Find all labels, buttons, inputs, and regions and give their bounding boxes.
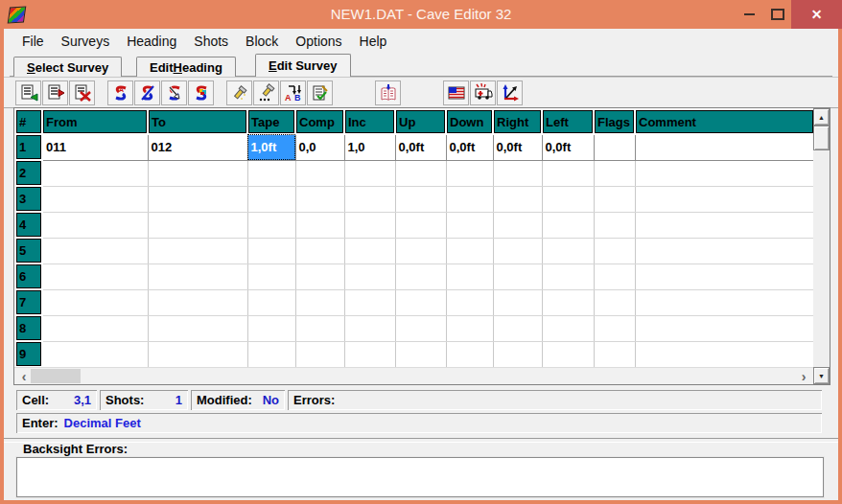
- grid-cell[interactable]: 0,0ft: [446, 134, 493, 160]
- grid-cell[interactable]: [635, 238, 814, 263]
- row-header[interactable]: 5: [15, 238, 42, 263]
- row-header[interactable]: 7: [15, 289, 42, 315]
- grid-cell[interactable]: [542, 238, 594, 263]
- scroll-right-button[interactable]: ›: [796, 368, 811, 384]
- grid-cell[interactable]: [344, 186, 395, 212]
- grid-cell[interactable]: [542, 263, 594, 289]
- grid-cell[interactable]: [148, 341, 247, 367]
- row-header[interactable]: 1: [15, 134, 42, 160]
- grid-cell[interactable]: [446, 186, 493, 212]
- grid-cell[interactable]: [295, 186, 344, 212]
- grid-cell[interactable]: [594, 341, 635, 367]
- grid-cell[interactable]: [247, 263, 295, 289]
- grid-cell[interactable]: 1,0: [344, 134, 395, 160]
- row-header[interactable]: 8: [15, 315, 42, 341]
- grid-cell[interactable]: [542, 315, 594, 341]
- swap-colors-button[interactable]: [188, 80, 214, 105]
- grid-cell[interactable]: 0,0ft: [395, 134, 446, 160]
- grid-cell[interactable]: [148, 263, 247, 289]
- grid-cell[interactable]: [42, 341, 148, 367]
- grid-cell[interactable]: [42, 186, 148, 212]
- maximize-button[interactable]: [765, 0, 790, 29]
- grid-cell[interactable]: [594, 263, 635, 289]
- delete-row-button[interactable]: [69, 80, 95, 105]
- row-header[interactable]: 9: [15, 341, 42, 367]
- grid-cell[interactable]: [344, 315, 395, 341]
- grid-cell[interactable]: [247, 160, 295, 186]
- grid-cell[interactable]: [295, 212, 344, 238]
- tab-select-survey[interactable]: Select Survey: [13, 57, 122, 77]
- menu-item-surveys[interactable]: Surveys: [53, 31, 119, 52]
- row-header[interactable]: 6: [15, 263, 42, 289]
- reverse-heading-button[interactable]: [134, 80, 160, 105]
- grid-cell[interactable]: [295, 263, 344, 289]
- import-book-button[interactable]: [375, 80, 401, 105]
- grid-cell[interactable]: [148, 289, 247, 315]
- grid-cell[interactable]: [247, 212, 295, 238]
- grid-cell[interactable]: [493, 289, 542, 315]
- grid-cell[interactable]: [542, 341, 594, 367]
- grid-cell[interactable]: [148, 315, 247, 341]
- grid-cell[interactable]: [594, 186, 635, 212]
- menu-item-options[interactable]: Options: [287, 31, 350, 52]
- grid-cell[interactable]: 0,0: [295, 134, 344, 160]
- grid-cell[interactable]: [635, 186, 814, 212]
- grid-cell[interactable]: 011: [42, 134, 148, 160]
- grid-cell[interactable]: [247, 238, 295, 263]
- grid-cell[interactable]: [542, 186, 594, 212]
- menu-item-block[interactable]: Block: [237, 31, 287, 52]
- grid-cell[interactable]: [446, 341, 493, 367]
- grid-cell[interactable]: [295, 238, 344, 263]
- grid-cell[interactable]: [594, 289, 635, 315]
- grid-cell[interactable]: [493, 238, 542, 263]
- grid-cell[interactable]: [594, 160, 635, 186]
- menu-item-help[interactable]: Help: [351, 31, 396, 52]
- backsight-errors-box[interactable]: [16, 457, 824, 497]
- scroll-up-button[interactable]: ▲: [813, 108, 830, 126]
- menu-item-heading[interactable]: Heading: [118, 31, 185, 52]
- grid-cell[interactable]: [344, 212, 395, 238]
- grid-cell[interactable]: [493, 263, 542, 289]
- grid-cell[interactable]: [148, 238, 247, 263]
- grid-cell[interactable]: [635, 134, 814, 160]
- selected-cell[interactable]: 1,0ft: [247, 134, 295, 160]
- grid-cell[interactable]: [635, 315, 814, 341]
- reverse-survey-button[interactable]: A: [107, 80, 133, 105]
- grid-cell[interactable]: [344, 341, 395, 367]
- flashlight-button[interactable]: [226, 80, 252, 105]
- grid-cell[interactable]: [446, 238, 493, 263]
- grid-cell[interactable]: [247, 341, 295, 367]
- row-header[interactable]: 2: [15, 160, 42, 186]
- grid-cell[interactable]: [594, 212, 635, 238]
- grid-cell[interactable]: [295, 160, 344, 186]
- axes-button[interactable]: [497, 80, 523, 105]
- edit-verify-button[interactable]: [307, 80, 333, 105]
- grid-cell[interactable]: [493, 315, 542, 341]
- grid-cell[interactable]: [635, 263, 814, 289]
- grid-cell[interactable]: [42, 238, 148, 263]
- rescue-button[interactable]: [470, 80, 496, 105]
- grid-cell[interactable]: [395, 315, 446, 341]
- grid-cell[interactable]: [148, 212, 247, 238]
- grid-cell[interactable]: [594, 315, 635, 341]
- grid-cell[interactable]: [594, 134, 635, 160]
- grid-cell[interactable]: [446, 315, 493, 341]
- grid-cell[interactable]: [542, 212, 594, 238]
- scroll-down-button[interactable]: ▼: [813, 367, 830, 384]
- reverse-shot-button[interactable]: [161, 80, 187, 105]
- grid-cell[interactable]: [493, 186, 542, 212]
- grid-cell[interactable]: [295, 289, 344, 315]
- grid-cell[interactable]: [295, 315, 344, 341]
- grid-cell[interactable]: [395, 212, 446, 238]
- grid-cell[interactable]: [247, 289, 295, 315]
- grid-cell[interactable]: [635, 289, 814, 315]
- grid-cell[interactable]: [42, 160, 148, 186]
- grid-cell[interactable]: [395, 341, 446, 367]
- scroll-left-button[interactable]: ‹: [16, 368, 32, 384]
- menu-item-file[interactable]: File: [13, 31, 53, 52]
- grid-cell[interactable]: [344, 238, 395, 263]
- horizontal-scrollbar[interactable]: ‹ ›: [14, 367, 813, 384]
- grid-cell[interactable]: 0,0ft: [542, 134, 594, 160]
- tab-edit-survey[interactable]: Edit Survey: [255, 54, 351, 77]
- grid-cell[interactable]: [542, 160, 594, 186]
